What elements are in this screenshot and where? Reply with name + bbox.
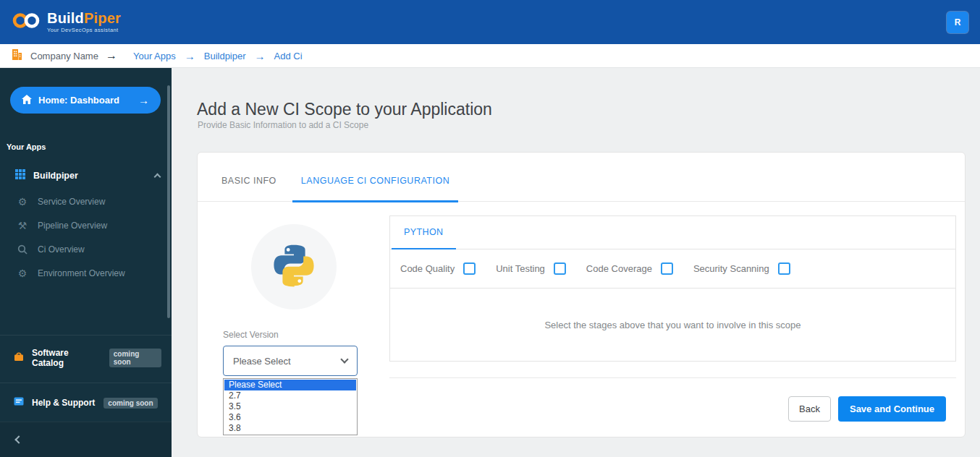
sidebar-item-label: Ci Overview (38, 244, 85, 255)
top-bar: BuildPiper Your DevSecOps assistant R (0, 0, 980, 44)
sidebar-item-label: Pipeline Overview (38, 221, 107, 231)
unit-testing-checkbox[interactable] (554, 262, 566, 275)
page-subtitle: Provide Basic Information to add a CI Sc… (198, 120, 368, 130)
gear-icon: ⚙ (17, 196, 28, 208)
stage-config-box: PYTHON Code Quality Unit Testing (389, 215, 956, 362)
stage-code-coverage: Code Coverage (586, 262, 673, 275)
sidebar-item-ci-overview[interactable]: Ci Overview (0, 237, 172, 261)
gear-icon: ⚙ (17, 268, 28, 279)
breadcrumb-company: Company Name (30, 51, 98, 61)
home-dashboard-label: Home: Dashboard (38, 95, 119, 106)
breadcrumb: Company Name → Your Apps → Buildpiper → … (0, 44, 980, 68)
sidebar-item-pipeline-overview[interactable]: ⚒ Pipeline Overview (0, 213, 172, 237)
sidebar-item-help-support[interactable]: Help & Support coming soon (0, 383, 172, 422)
stage-label: Code Quality (400, 263, 455, 274)
chevron-up-icon (154, 174, 161, 181)
stage-unit-testing: Unit Testing (496, 262, 566, 275)
version-select-value: Please Select (233, 356, 291, 367)
chevron-down-icon (340, 355, 348, 363)
sidebar-item-label: Software Catalog (32, 348, 101, 368)
dropdown-option[interactable]: 3.8 (224, 423, 357, 434)
python-logo-icon (270, 242, 318, 292)
dropdown-option[interactable]: 3.6 (224, 412, 357, 423)
breadcrumb-your-apps[interactable]: Your Apps (133, 51, 176, 61)
card-body: Select Version Please Select Please Sele… (198, 202, 965, 437)
stage-security-scanning: Security Scanning (693, 262, 790, 275)
sidebar-item-label: Help & Support (32, 398, 95, 408)
brand-tagline: Your DevSecOps assistant (47, 27, 121, 33)
arrow-right-icon: → (138, 94, 149, 106)
stage-label: Code Coverage (586, 263, 652, 274)
tab-python[interactable]: PYTHON (392, 216, 456, 249)
security-scanning-checkbox[interactable] (778, 262, 790, 275)
brand-build: Build (47, 10, 84, 26)
sidebar-section-your-apps: Your Apps (7, 142, 46, 151)
breadcrumb-add-ci[interactable]: Add Ci (274, 51, 303, 61)
stage-label: Security Scanning (693, 263, 769, 274)
language-logo-circle (251, 224, 337, 309)
chevron-left-icon (14, 435, 22, 443)
sidebar-item-environment-overview[interactable]: ⚙ Environment Overview (0, 261, 172, 285)
footer-actions: Back Save and Continue (389, 396, 965, 422)
sidebar-item-service-overview[interactable]: ⚙ Service Overview (0, 189, 172, 213)
grid-icon (15, 169, 25, 181)
sidebar-item-software-catalog[interactable]: Software Catalog coming soon (0, 335, 172, 380)
ci-scope-card: BASIC INFO LANGUAGE CI CONFIGURATION (197, 152, 966, 437)
help-card-icon (13, 396, 25, 410)
language-tabs: PYTHON (390, 216, 955, 249)
sidebar-submenu: ⚙ Service Overview ⚒ Pipeline Overview C… (0, 189, 172, 285)
stage-code-quality: Code Quality (400, 262, 476, 275)
home-icon (22, 95, 32, 106)
brand-piper: Piper (84, 10, 121, 26)
dropdown-option[interactable]: Please Select (224, 380, 356, 390)
sidebar-item-label: Buildpiper (33, 171, 78, 181)
sidebar-item-label: Service Overview (38, 197, 105, 207)
tab-basic-info[interactable]: BASIC INFO (213, 176, 285, 201)
version-select[interactable]: Please Select (223, 346, 358, 376)
infinity-logo-icon (12, 11, 41, 33)
code-quality-checkbox[interactable] (463, 262, 476, 275)
stages-panel: PYTHON Code Quality Unit Testing (389, 202, 965, 437)
home-dashboard-button[interactable]: Home: Dashboard → (10, 87, 161, 114)
stage-hint-area: Select the stages above that you want to… (390, 289, 955, 361)
sidebar: Home: Dashboard → Your Apps Buildpiper ⚙ (0, 68, 172, 457)
company-building-icon (10, 48, 24, 64)
catalog-bag-icon (13, 351, 25, 365)
sidebar-collapse-button[interactable] (0, 422, 172, 457)
language-panel: Select Version Please Select Please Sele… (198, 202, 389, 437)
breadcrumb-arrow-icon: → (185, 50, 195, 62)
search-icon (17, 244, 28, 255)
save-and-continue-button[interactable]: Save and Continue (838, 396, 946, 422)
coming-soon-badge: coming soon (104, 398, 157, 409)
version-dropdown-list: Please Select 2.7 3.5 3.6 3.8 (223, 378, 358, 435)
coming-soon-badge: coming soon (109, 349, 161, 367)
user-avatar[interactable]: R (947, 12, 968, 33)
tab-language-ci-configuration[interactable]: LANGUAGE CI CONFIGURATION (292, 176, 458, 202)
page-title: Add a New CI Scope to your Application (197, 100, 492, 119)
stage-hint-text: Select the stages above that you want to… (544, 320, 801, 330)
sidebar-item-label: Environment Overview (38, 268, 125, 278)
dropdown-option[interactable]: 3.5 (224, 401, 357, 412)
footer-divider (389, 377, 956, 378)
brand-text: BuildPiper Your DevSecOps assistant (47, 11, 121, 33)
main-content: Add a New CI Scope to your Application P… (172, 68, 980, 457)
select-version-label: Select Version (223, 330, 389, 340)
tools-icon: ⚒ (17, 220, 28, 231)
sidebar-item-buildpiper[interactable]: Buildpiper (0, 163, 172, 187)
breadcrumb-arrow-icon: → (106, 49, 117, 62)
sidebar-scrollbar[interactable] (167, 85, 170, 318)
breadcrumb-buildpiper[interactable]: Buildpiper (204, 51, 246, 61)
app-window: BuildPiper Your DevSecOps assistant R Co… (0, 0, 980, 457)
card-tabs: BASIC INFO LANGUAGE CI CONFIGURATION (198, 153, 965, 202)
back-button[interactable]: Back (788, 396, 831, 422)
dropdown-option[interactable]: 2.7 (224, 390, 357, 401)
code-coverage-checkbox[interactable] (661, 262, 673, 275)
stage-label: Unit Testing (496, 263, 545, 274)
stage-checkbox-row: Code Quality Unit Testing Code Coverage (390, 249, 955, 289)
brand-logo[interactable]: BuildPiper Your DevSecOps assistant (12, 11, 121, 33)
breadcrumb-arrow-icon: → (255, 50, 266, 62)
